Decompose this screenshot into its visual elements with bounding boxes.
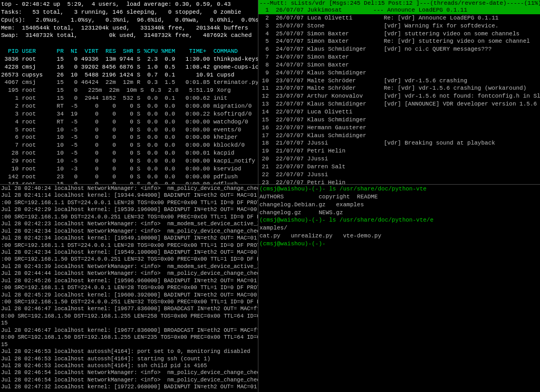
mutt-row[interactable]: 13 22/07/07 Klaus Schmidinger [vdr] [ANN…	[258, 100, 540, 108]
mutt-inner: ---Mutt: sLists/vdr [Msgs:245 Del:15 Pos…	[258, 0, 540, 184]
mutt-header-bar: ---Mutt: sLists/vdr [Msgs:245 Del:15 Pos…	[258, 0, 540, 6]
top-process-row: 4228 cmsj 16 0 39202 8456 6876 S 1.0 0.5…	[1, 63, 257, 71]
terminal-line: changelog.Debian.gz examples	[259, 201, 539, 209]
top-col-header: PID USER PR NI VIRT RES SHR S %CPU %MEM …	[1, 48, 238, 54]
mutt-row[interactable]: 2 26/07/07 Luca Olivetti Re: [vdr] Annou…	[258, 14, 540, 22]
top-process-row: 3 root 34 19 0 0 0 S 0.0 0.0 0:00.22 kso…	[1, 110, 257, 118]
terminal-line: changelog.gz NEWS.gz	[259, 209, 539, 217]
mutt-row[interactable]: 16 22/07/07 Hermann Gausterer	[258, 124, 540, 132]
top-process-row: 2 root RT -5 0 0 0 S 0.0 0.0 0:00.00 mig…	[1, 102, 257, 110]
top-header-line: top - 02:48:42 up 5:29, 4 users, load av…	[1, 1, 231, 7]
terminal-line: (cmsj@waishou)-(-)- ls /usr/share/doc/py…	[259, 216, 539, 224]
mutt-panel[interactable]: ---Mutt: sLists/vdr [Msgs:245 Del:15 Pos…	[258, 0, 540, 185]
mutt-row[interactable]: 19 21/07/07 Petri Helin	[258, 147, 540, 155]
top-mem-line: Mem: 1540544k total, 1231204k used, 3313…	[1, 25, 248, 31]
top-tasks-line: Tasks: 53 total, 3 running, 146 sleeping…	[1, 9, 241, 15]
top-swap-line: Swap: 3148732k total, 0k used, 3148732k …	[1, 32, 252, 39]
terminal-panel[interactable]: (cmsj@waishou)-(-)- ls /usr/share/doc/py…	[258, 185, 540, 392]
top-process-row: 26573 cupsys 26 10 5488 2196 1424 S 0.7 …	[1, 71, 257, 79]
mutt-row[interactable]: 12 23/07/07 Arthur Konovalov [vdr] vdr-1…	[258, 92, 540, 100]
top-process-row: 6 root 10 -5 0 0 0 S 0.0 0.0 0:00.00 khe…	[1, 133, 257, 141]
mutt-row[interactable]: 9 24/07/07 Klaus Schmidinger	[258, 69, 540, 77]
mutt-row[interactable]: 8 24/07/07 Simon Baxter	[258, 61, 540, 69]
top-process-row: 195 root 15 0 225m 22m 10m S 0.3 2.8 5:5…	[1, 87, 257, 94]
top-blank	[1, 40, 5, 46]
top-process-row: 143 root 15 0 0 0 0 S 0.0 0.0 0:00.00 pd…	[1, 180, 257, 185]
log-output: Jul 28 02:40:24 localhost NetworkManager…	[1, 185, 257, 392]
top-process-row: 10 root 10 -3 0 0 0 S 0.0 0.0 0:00.00 ks…	[1, 165, 257, 173]
mutt-row[interactable]: 6 24/07/07 Klaus Schmidinger [vdr] no ci…	[258, 45, 540, 53]
top-process-row: 28 root 10 -5 0 0 0 S 0.0 0.0 0:00.01 ka…	[1, 149, 257, 157]
mutt-row[interactable]: 5 24/07/07 Simon Baxter Re: [vdr] stutte…	[258, 37, 540, 45]
top-cpu-line: Cpu(s): 2.0%us, 1.0%sy, 0.3%ni, 96.6%id,…	[1, 17, 258, 23]
mutt-row[interactable]: 22 22/07/07 JJussi	[258, 171, 540, 179]
terminal-line: (cmsj@waishou)-(-)- ls /usr/share/doc/py…	[259, 185, 539, 193]
mutt-row[interactable]: 1 26/07/07 Jukkimosat --- Announce LoadE…	[258, 6, 540, 14]
mutt-row[interactable]: 4 25/07/07 Simon Baxter [vdr] stuttering…	[258, 30, 540, 38]
terminal-line: cat.py unrealize.py vte-demo.py	[259, 232, 539, 240]
mutt-row[interactable]: 17 22/07/07 Klaus Schmidinger	[258, 132, 540, 140]
terminal-line: (cmsj@waishou)-(-)-	[259, 240, 539, 248]
mutt-row[interactable]: 7 24/07/07 Simon Baxter	[258, 53, 540, 61]
top-process-row: 4067 cmsj 15 0 46424 22m 12m R 0.3 1.5 0…	[1, 79, 257, 87]
log-panel: Jul 28 02:40:24 localhost NetworkManager…	[0, 185, 258, 392]
top-process-row: 29 root 10 -5 0 0 0 S 0.0 0.0 0:00.00 ka…	[1, 157, 257, 165]
top-output: top - 02:48:42 up 5:29, 4 users, load av…	[1, 1, 257, 55]
top-process-list: 3836 root 15 0 49336 13m 9744 S 2.3 0.9 …	[1, 55, 257, 185]
mutt-row[interactable]: 3 25/07/07 Stone [vdr] Warning fix for s…	[258, 22, 540, 30]
terminal-output: (cmsj@waishou)-(-)- ls /usr/share/doc/py…	[259, 185, 539, 248]
mutt-message-list[interactable]: 1 26/07/07 Jukkimosat --- Announce LoadE…	[258, 6, 540, 185]
mutt-row[interactable]: 14 22/07/07 Luca Olivetti	[258, 108, 540, 116]
terminal-line: xamples/	[259, 224, 539, 232]
top-process-row: 3836 root 15 0 49336 13m 9744 S 2.3 0.9 …	[1, 55, 257, 63]
mutt-row[interactable]: 21 22/07/07 Darren Salt	[258, 163, 540, 171]
top-process-row: 7 root 10 -5 0 0 0 S 0.0 0.0 0:00.00 kbl…	[1, 141, 257, 149]
top-process-row: 142 root 23 0 0 0 0 S 0.0 0.0 0:00.00 pd…	[1, 173, 257, 181]
mutt-row[interactable]: 18 21/07/07 JJussi [vdr] Breaking sound …	[258, 139, 540, 147]
mutt-row[interactable]: 15 22/07/07 Klaus Schmidinger	[258, 116, 540, 124]
top-panel: top - 02:48:42 up 5:29, 4 users, load av…	[0, 0, 258, 185]
mutt-row[interactable]: 23 22/07/07 Petri Helin	[258, 179, 540, 185]
mutt-row[interactable]: 11 23/07/07 Malte Schröder Re: [vdr] vdr…	[258, 84, 540, 92]
top-process-row: 1 root 15 0 2944 1852 532 S 0.0 0.1 0:00…	[1, 94, 257, 102]
top-process-row: 4 root RT -5 0 0 0 S 0.0 0.0 0:00.00 wat…	[1, 118, 257, 126]
top-process-row: 5 root 10 -5 0 0 0 S 0.0 0.0 0:00.00 eve…	[1, 126, 257, 134]
terminal-line: AUTHORS copyright README	[259, 193, 539, 201]
mutt-row[interactable]: 10 23/07/07 Malte Schröder [vdr] vdr-1.5…	[258, 77, 540, 85]
mutt-row[interactable]: 20 22/07/07 JJussi	[258, 155, 540, 163]
